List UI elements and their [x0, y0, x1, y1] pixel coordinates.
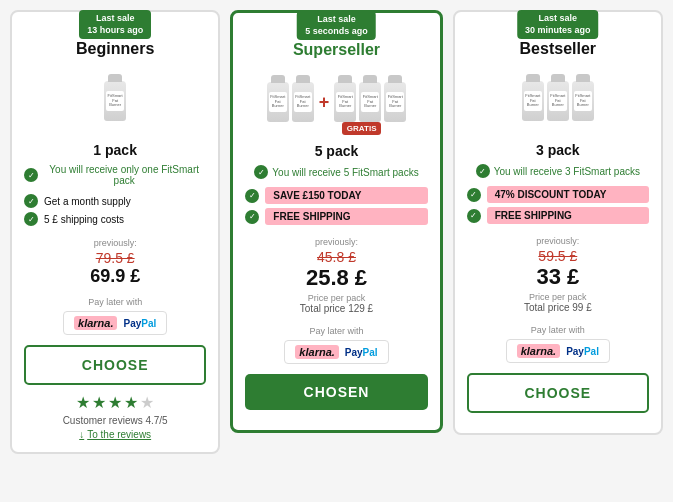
pricing-bestseller: previously:59.5 £33 £Price per packTotal…: [467, 236, 649, 317]
total-price: Total price 99 £: [467, 302, 649, 313]
pack-label-bestseller: 3 pack: [536, 142, 580, 158]
last-sale-badge-superseller: Last sale5 seconds ago: [297, 11, 376, 40]
last-sale-badge-bestseller: Last sale30 minutes ago: [517, 10, 599, 39]
choose-button-beginners[interactable]: CHOOSE: [24, 345, 206, 385]
receive-note-bestseller: You will receive 3 FitSmart packs: [476, 164, 640, 178]
stars-rating: ★★★★★: [76, 393, 154, 412]
payment-logos: klarna.PayPal: [506, 339, 610, 363]
pay-later-label: Pay later with: [309, 326, 363, 336]
price-per-pack: Price per pack: [467, 292, 649, 302]
klarna-logo: klarna.: [74, 316, 117, 330]
pay-later-label: Pay later with: [531, 325, 585, 335]
new-price: 69.9 £: [24, 266, 206, 287]
benefit-text: 5 £ shipping costs: [44, 214, 124, 225]
new-price: 33 £: [467, 264, 649, 290]
to-reviews-link[interactable]: ↓To the reviews: [79, 429, 151, 440]
card-title-bestseller: Bestseller: [520, 40, 597, 58]
benefit-item: FREE SHIPPING: [467, 207, 649, 224]
gratis-badge: GRATIS: [342, 122, 382, 135]
card-title-beginners: Beginners: [76, 40, 154, 58]
old-price: 59.5 £: [467, 248, 649, 264]
receive-note-superseller: You will receive 5 FitSmart packs: [254, 165, 418, 179]
payment-logos: klarna.PayPal: [284, 340, 388, 364]
arrow-down-icon: ↓: [79, 429, 84, 440]
chosen-button-superseller[interactable]: CHOSEN: [245, 374, 427, 410]
benefit-text: Get a month supply: [44, 196, 131, 207]
benefits-beginners: Get a month supply5 £ shipping costs: [24, 194, 206, 230]
payment-logos: klarna.PayPal: [63, 311, 167, 335]
klarna-logo: klarna.: [517, 344, 560, 358]
price-per-pack: Price per pack: [245, 293, 427, 303]
pay-later-label: Pay later with: [88, 297, 142, 307]
product-image-bestseller: FitSmart Fat BurnerFitSmart Fat BurnerFi…: [513, 66, 603, 136]
paypal-logo: PayPal: [345, 347, 378, 358]
benefit-text: SAVE £150 TODAY: [265, 187, 427, 204]
receive-note-beginners: You will receive only one FitSmart pack: [24, 164, 206, 186]
pricing-beginners: previously:79.5 £69.9 £: [24, 238, 206, 289]
benefits-superseller: SAVE £150 TODAYFREE SHIPPING: [245, 187, 427, 229]
benefit-item: 47% DISCOUNT TODAY: [467, 186, 649, 203]
choose-button-bestseller[interactable]: CHOOSE: [467, 373, 649, 413]
new-price: 25.8 £: [245, 265, 427, 291]
klarna-logo: klarna.: [295, 345, 338, 359]
previously-label: previously:: [245, 237, 427, 247]
card-beginners: Last sale13 hours agoBeginnersFitSmart F…: [10, 10, 220, 454]
pack-label-superseller: 5 pack: [315, 143, 359, 159]
benefit-text: FREE SHIPPING: [487, 207, 649, 224]
old-price: 79.5 £: [24, 250, 206, 266]
benefit-item: Get a month supply: [24, 194, 206, 208]
card-superseller: Last sale5 seconds agoSupersellerFitSmar…: [230, 10, 442, 433]
previously-label: previously:: [467, 236, 649, 246]
card-bestseller: Last sale30 minutes agoBestsellerFitSmar…: [453, 10, 663, 435]
card-title-superseller: Superseller: [293, 41, 380, 59]
benefit-item: 5 £ shipping costs: [24, 212, 206, 226]
product-image-beginners: FitSmart Fat Burner: [70, 66, 160, 136]
total-price: Total price 129 £: [245, 303, 427, 314]
to-reviews-text: To the reviews: [87, 429, 151, 440]
previously-label: previously:: [24, 238, 206, 248]
paypal-logo: PayPal: [566, 346, 599, 357]
pack-label-beginners: 1 pack: [93, 142, 137, 158]
pricing-cards: Last sale13 hours agoBeginnersFitSmart F…: [10, 10, 663, 454]
product-image-superseller: FitSmart Fat BurnerFitSmart Fat Burner+F…: [291, 67, 381, 137]
paypal-logo: PayPal: [123, 318, 156, 329]
benefits-bestseller: 47% DISCOUNT TODAYFREE SHIPPING: [467, 186, 649, 228]
last-sale-badge-beginners: Last sale13 hours ago: [79, 10, 151, 39]
benefit-item: FREE SHIPPING: [245, 208, 427, 225]
reviews-text: Customer reviews 4.7/5: [63, 415, 168, 426]
benefit-item: SAVE £150 TODAY: [245, 187, 427, 204]
old-price: 45.8 £: [245, 249, 427, 265]
benefit-text: 47% DISCOUNT TODAY: [487, 186, 649, 203]
benefit-text: FREE SHIPPING: [265, 208, 427, 225]
pricing-superseller: previously:45.8 £25.8 £Price per packTot…: [245, 237, 427, 318]
